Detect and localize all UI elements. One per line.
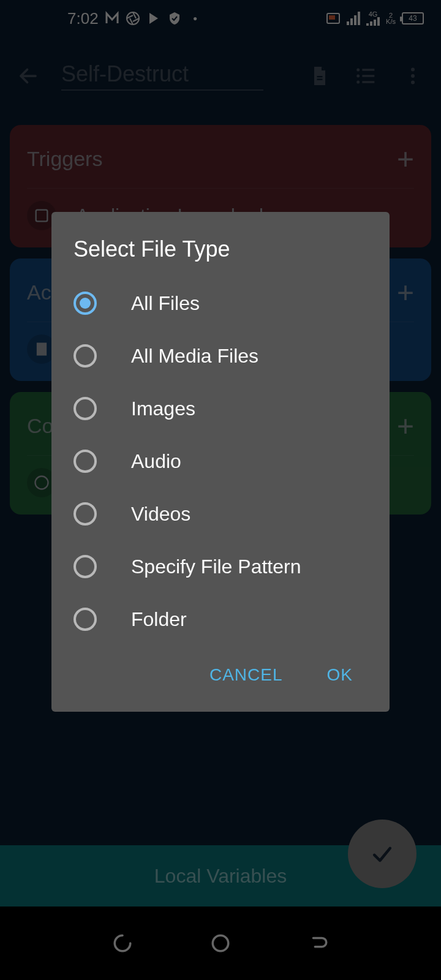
file-type-option[interactable]: Folder: [51, 593, 390, 646]
file-type-option[interactable]: Audio: [51, 435, 390, 488]
file-type-option[interactable]: Specify File Pattern: [51, 540, 390, 593]
radio-icon: [74, 608, 97, 631]
file-type-label: Images: [131, 398, 195, 420]
radio-icon: [74, 450, 97, 473]
file-type-option[interactable]: All Media Files: [51, 330, 390, 382]
file-type-option[interactable]: Videos: [51, 488, 390, 540]
cancel-button[interactable]: CANCEL: [202, 660, 290, 690]
ok-button[interactable]: OK: [320, 660, 360, 690]
radio-icon: [74, 555, 97, 578]
file-type-option[interactable]: Images: [51, 382, 390, 435]
file-type-option[interactable]: All Files: [51, 277, 390, 330]
dialog-title: Select File Type: [51, 236, 390, 277]
radio-icon: [74, 397, 97, 420]
select-file-type-dialog: Select File Type All FilesAll Media File…: [51, 212, 390, 712]
file-type-label: All Media Files: [131, 345, 258, 368]
file-type-label: All Files: [131, 292, 200, 315]
dialog-overlay[interactable]: Select File Type All FilesAll Media File…: [0, 0, 441, 980]
radio-icon: [74, 344, 97, 368]
radio-icon: [74, 502, 97, 526]
file-type-label: Folder: [131, 608, 187, 631]
file-type-label: Audio: [131, 450, 181, 473]
file-type-label: Videos: [131, 503, 190, 526]
file-type-label: Specify File Pattern: [131, 556, 301, 578]
radio-icon: [74, 292, 97, 315]
